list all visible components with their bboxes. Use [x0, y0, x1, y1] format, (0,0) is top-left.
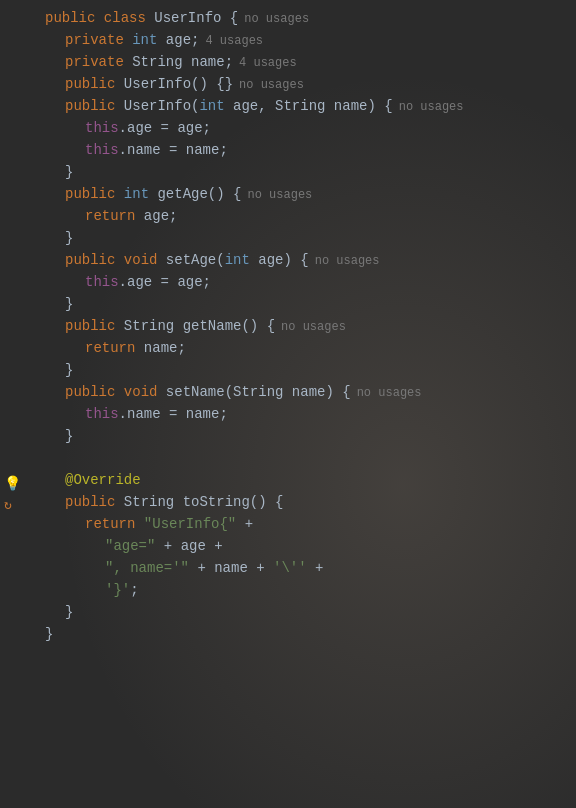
token-string: "age=" [105, 538, 155, 554]
line: this.age = age; [0, 120, 576, 142]
token-kw: private [65, 32, 124, 48]
line: '}'; [0, 582, 576, 604]
code-content: public class UserInfo {no usagesprivate … [0, 10, 576, 648]
line: } [0, 362, 576, 384]
token-plain: } [45, 626, 53, 642]
token-plain: UserInfo( [115, 98, 199, 114]
line: 💡@Override [0, 472, 576, 494]
token-kw-this: this [85, 142, 119, 158]
token-plain [135, 516, 143, 532]
line [0, 450, 576, 472]
token-plain: } [65, 164, 73, 180]
line: public void setName(String name) {no usa… [0, 384, 576, 406]
line: return "UserInfo{" + [0, 516, 576, 538]
token-plain: + age + [155, 538, 222, 554]
line: } [0, 604, 576, 626]
token-hint: no usages [244, 12, 309, 26]
token-kw: class [104, 10, 146, 26]
line: public String getName() {no usages [0, 318, 576, 340]
token-plain: + [236, 516, 253, 532]
token-type-java: int [225, 252, 250, 268]
line: ↻public String toString() { [0, 494, 576, 516]
token-string: '\'' [273, 560, 307, 576]
line: this.age = age; [0, 274, 576, 296]
token-plain [124, 32, 132, 48]
token-plain: ; [130, 582, 138, 598]
token-hint: 4 usages [239, 56, 297, 70]
cycle-icon: ↻ [4, 497, 12, 513]
token-hint: no usages [239, 78, 304, 92]
line: } [0, 164, 576, 186]
line: public UserInfo(int age, String name) {n… [0, 98, 576, 120]
line: } [0, 230, 576, 252]
token-kw: public [65, 186, 115, 202]
token-kw-this: this [85, 406, 119, 422]
line: public class UserInfo {no usages [0, 10, 576, 32]
token-kw: return [85, 516, 135, 532]
line: public void setAge(int age) {no usages [0, 252, 576, 274]
token-hint: no usages [247, 188, 312, 202]
line: private String name;4 usages [0, 54, 576, 76]
line: ", name='" + name + '\'' + [0, 560, 576, 582]
token-plain [115, 186, 123, 202]
line: return age; [0, 208, 576, 230]
token-plain: .age = age; [119, 120, 211, 136]
token-kw: public [65, 252, 115, 268]
token-plain [115, 384, 123, 400]
line: } [0, 428, 576, 450]
token-kw-this: this [85, 120, 119, 136]
token-plain: UserInfo { [146, 10, 238, 26]
token-plain: setName(String name) { [157, 384, 350, 400]
token-type-java: int [132, 32, 157, 48]
line: public UserInfo() {}no usages [0, 76, 576, 98]
line: this.name = name; [0, 406, 576, 428]
line: "age=" + age + [0, 538, 576, 560]
line: this.name = name; [0, 142, 576, 164]
token-kw: public [65, 98, 115, 114]
token-plain: String toString() { [115, 494, 283, 510]
token-plain: setAge( [157, 252, 224, 268]
token-type-java: int [199, 98, 224, 114]
token-kw: void [124, 384, 158, 400]
token-hint: no usages [357, 386, 422, 400]
token-kw: public [65, 494, 115, 510]
token-plain: .name = name; [119, 142, 228, 158]
token-plain: } [65, 296, 73, 312]
line: public int getAge() {no usages [0, 186, 576, 208]
token-kw: private [65, 54, 124, 70]
line: private int age;4 usages [0, 32, 576, 54]
token-plain: getAge() { [149, 186, 241, 202]
token-plain: age) { [250, 252, 309, 268]
token-plain: .age = age; [119, 274, 211, 290]
line: } [0, 626, 576, 648]
token-plain: String name; [124, 54, 233, 70]
token-hint: 4 usages [205, 34, 263, 48]
token-plain [115, 252, 123, 268]
token-annotation: @Override [65, 472, 141, 488]
token-plain: .name = name; [119, 406, 228, 422]
token-kw: return [85, 208, 135, 224]
token-kw: public [65, 76, 115, 92]
token-plain: } [65, 362, 73, 378]
token-string: ", name='" [105, 560, 189, 576]
code-editor: public class UserInfo {no usagesprivate … [0, 0, 576, 808]
token-kw: public [65, 318, 115, 334]
token-kw: public [45, 10, 95, 26]
token-plain: } [65, 428, 73, 444]
token-hint: no usages [281, 320, 346, 334]
token-kw: public [65, 384, 115, 400]
line: return name; [0, 340, 576, 362]
token-plain: + [307, 560, 324, 576]
token-hint: no usages [399, 100, 464, 114]
token-plain: + name + [189, 560, 273, 576]
token-kw: void [124, 252, 158, 268]
token-kw-this: this [85, 274, 119, 290]
token-string: '}' [105, 582, 130, 598]
token-plain: String getName() { [115, 318, 275, 334]
token-plain: } [65, 604, 73, 620]
token-hint: no usages [315, 254, 380, 268]
token-plain: age, String name) { [225, 98, 393, 114]
token-plain: } [65, 230, 73, 246]
token-type-java: int [124, 186, 149, 202]
token-plain: name; [135, 340, 185, 356]
